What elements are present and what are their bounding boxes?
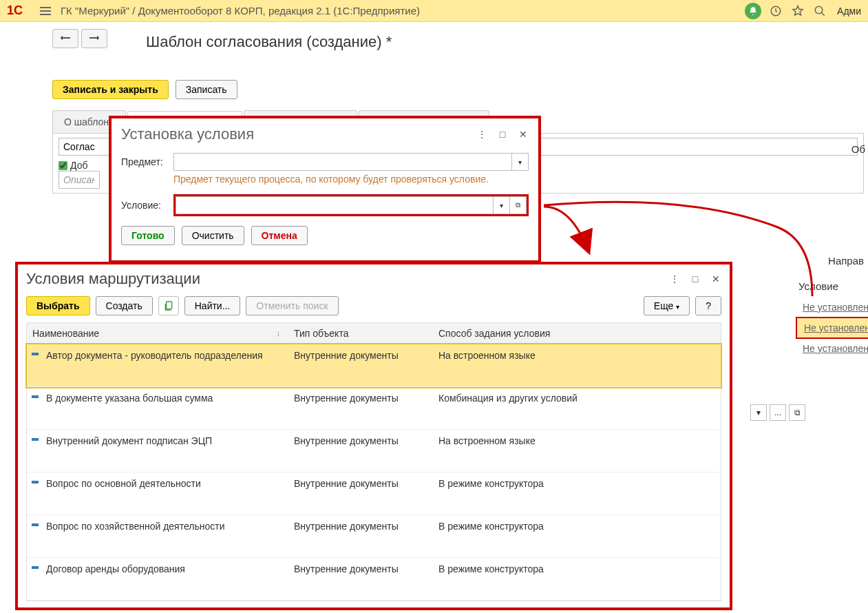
save-button[interactable]: Записать [176, 80, 237, 99]
condition-link-0[interactable]: Не установлено [796, 298, 868, 317]
ob-label: Об [851, 143, 865, 155]
dropdown-icon[interactable]: ▾ [750, 404, 767, 421]
expand-icon[interactable]: ⧉ [789, 404, 805, 421]
nav-back-button[interactable]: 🠔 [52, 29, 78, 48]
row-method: На встроенном языке [433, 435, 721, 466]
list-row[interactable]: Вопрос по основной деятельности Внутренн… [27, 472, 721, 515]
list-header: Наименование ↓ Тип объекта Способ задани… [26, 322, 721, 344]
copy-icon[interactable] [158, 296, 179, 315]
row-method: В режиме конструктора [433, 563, 721, 594]
dialog2-more-icon[interactable]: ⋮ [669, 273, 680, 284]
subject-label: Предмет: [121, 156, 169, 167]
search-icon[interactable] [812, 3, 827, 19]
row-type: Внутренние документы [288, 350, 433, 381]
dialog1-close-icon[interactable]: ✕ [518, 129, 529, 140]
sort-down-icon: ↓ [276, 329, 280, 338]
row-type: Внутренние документы [288, 478, 433, 509]
dialog1-maximize-icon[interactable]: □ [497, 129, 508, 140]
subject-input[interactable] [173, 153, 512, 171]
col-type-header[interactable]: Тип объекта [288, 328, 433, 339]
svg-rect-2 [166, 302, 171, 309]
history-icon[interactable] [768, 3, 783, 19]
list-row[interactable]: Вопрос по хозяйственной деятельности Вну… [27, 515, 721, 558]
dialog1-more-icon[interactable]: ⋮ [476, 129, 487, 140]
row-icon [27, 435, 43, 466]
dialog2-maximize-icon[interactable]: □ [690, 273, 701, 284]
top-bar: 1С ГК "Меркурий" / Документооборот 8 КОР… [0, 0, 868, 22]
add-checkbox[interactable] [59, 161, 67, 170]
row-name: В документе указана большая сумма [43, 393, 288, 424]
row-method: На встроенном языке [433, 350, 721, 381]
dialog2-close-icon[interactable]: ✕ [710, 273, 721, 284]
row-icon [27, 350, 43, 381]
cond-column-header: Условие [798, 280, 838, 292]
save-close-button[interactable]: Записать и закрыть [52, 80, 169, 99]
row-icon [27, 563, 43, 594]
row-type: Внутренние документы [288, 393, 433, 424]
col-method-header[interactable]: Способ задания условия [433, 328, 721, 339]
create-button[interactable]: Создать [96, 296, 153, 315]
napr-label: Направ [828, 255, 864, 267]
cancel-button[interactable]: Отмена [251, 226, 308, 245]
subject-helper-text: Предмет текущего процесса, по которому б… [173, 174, 529, 185]
dialog1-title: Установка условия [121, 125, 476, 143]
nav-forward-button[interactable]: 🠖 [81, 29, 107, 48]
row-name: Автор документа - руководитель подраздел… [43, 350, 288, 381]
more-button[interactable]: Еще ▾ [644, 296, 690, 315]
list-row[interactable]: Внутренний документ подписан ЭЦП Внутрен… [27, 430, 721, 472]
condition-link-1[interactable]: Не установлено [796, 317, 868, 339]
dialog2-title: Условия маршрутизации [26, 270, 669, 288]
row-type: Внутренние документы [288, 563, 433, 594]
row-method: Комбинация из других условий [433, 393, 721, 424]
find-button[interactable]: Найти... [184, 296, 241, 315]
col-name-header[interactable]: Наименование ↓ [27, 328, 288, 339]
condition-expand-icon[interactable]: ⧉ [510, 196, 527, 214]
app-logo: 1С [7, 3, 34, 18]
row-type: Внутренние документы [288, 435, 433, 466]
row-icon [27, 521, 43, 552]
row-method: В режиме конструктора [433, 478, 721, 509]
list-row[interactable]: В документе указана большая сумма Внутре… [27, 387, 721, 430]
app-title: ГК "Меркурий" / Документооборот 8 КОРП, … [56, 5, 745, 17]
condition-setup-dialog: Установка условия ⋮ □ ✕ Предмет: ▾ Предм… [109, 116, 541, 263]
desc-input[interactable] [59, 171, 100, 189]
menu-icon[interactable] [40, 5, 51, 17]
row-type: Внутренние документы [288, 521, 433, 552]
row-method: В режиме конструктора [433, 521, 721, 552]
done-button[interactable]: Готово [121, 226, 175, 245]
list-body: Автор документа - руководитель подраздел… [26, 344, 721, 601]
subject-dropdown-icon[interactable]: ▾ [512, 153, 529, 171]
cancel-search-button[interactable]: Отменить поиск [246, 296, 338, 315]
condition-input[interactable] [176, 196, 494, 214]
star-icon[interactable] [790, 3, 805, 19]
row-icon [27, 478, 43, 509]
condition-dropdown-icon[interactable]: ▾ [494, 196, 510, 214]
row-icon [27, 393, 43, 424]
row-name: Вопрос по хозяйственной деятельности [43, 521, 288, 552]
row-name: Внутренний документ подписан ЭЦП [43, 435, 288, 466]
dots-button[interactable]: ... [770, 404, 786, 421]
condition-label: Условие: [121, 200, 169, 211]
clear-button[interactable]: Очистить [182, 226, 244, 245]
condition-link-2[interactable]: Не установлено [796, 339, 868, 358]
row-name: Договор аренды оборудования [43, 563, 288, 594]
svg-point-1 [815, 6, 823, 14]
list-row[interactable]: Автор документа - руководитель подраздел… [27, 344, 721, 387]
select-button[interactable]: Выбрать [26, 296, 90, 315]
list-row[interactable]: Договор аренды оборудования Внутренние д… [27, 558, 721, 601]
help-button[interactable]: ? [695, 296, 721, 315]
bell-icon[interactable] [745, 3, 761, 19]
add-checkbox-label: Доб [70, 160, 87, 171]
page-title: Шаблон согласования (создание) * [146, 33, 392, 51]
user-label[interactable]: Адми [837, 6, 861, 17]
row-name: Вопрос по основной деятельности [43, 478, 288, 509]
routing-conditions-dialog: Условия маршрутизации ⋮ □ ✕ Выбрать Созд… [15, 262, 732, 610]
